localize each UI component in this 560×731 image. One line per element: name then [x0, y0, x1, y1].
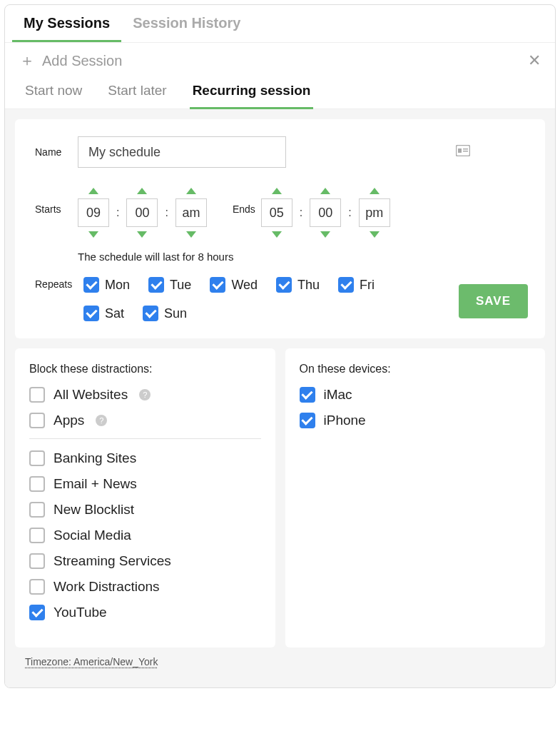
- tab-my-sessions[interactable]: My Sessions: [12, 5, 121, 42]
- checkbox[interactable]: [29, 605, 45, 620]
- subtab-start-later[interactable]: Start later: [105, 76, 169, 109]
- plus-icon[interactable]: ＋: [19, 53, 35, 69]
- blocklist-label: Streaming Services: [54, 553, 171, 569]
- day-tue[interactable]: Tue: [148, 277, 191, 293]
- blocklist-label: Social Media: [54, 528, 131, 543]
- session-name-input[interactable]: [78, 136, 286, 168]
- add-session-bar: ＋ Add Session ✕: [5, 43, 555, 71]
- chevron-up-icon[interactable]: [186, 188, 196, 194]
- end-time-picker: 05 : 00 : pm: [261, 188, 390, 238]
- content-area: Name Starts 09 :: [5, 109, 555, 687]
- end-hour-input[interactable]: 05: [261, 198, 292, 227]
- chevron-down-icon[interactable]: [186, 231, 196, 238]
- start-ampm-input[interactable]: am: [175, 198, 207, 227]
- end-minute-input[interactable]: 00: [310, 198, 341, 227]
- day-sun[interactable]: Sun: [143, 306, 187, 321]
- blocklist-item[interactable]: YouTube: [29, 605, 261, 620]
- help-icon[interactable]: ?: [139, 389, 151, 400]
- start-hour-input[interactable]: 09: [78, 198, 109, 227]
- chevron-down-icon[interactable]: [370, 231, 380, 238]
- start-minute-input[interactable]: 00: [126, 198, 158, 227]
- timezone-link[interactable]: Timezone: America/New_York: [15, 647, 545, 677]
- add-session-label[interactable]: Add Session: [42, 53, 122, 69]
- block-apps[interactable]: Apps ?: [29, 413, 261, 428]
- day-sat[interactable]: Sat: [83, 306, 124, 321]
- time-colon: :: [116, 206, 119, 219]
- blocklist-label: Work Distractions: [54, 579, 160, 595]
- chevron-up-icon[interactable]: [272, 188, 282, 194]
- devices-card: On these devices: iMaciPhone: [285, 348, 546, 647]
- repeat-days: Mon Tue Wed Thu Fri Sat Sun: [83, 277, 390, 321]
- day-fri[interactable]: Fri: [338, 277, 375, 293]
- day-wed[interactable]: Wed: [210, 277, 258, 293]
- tab-session-history[interactable]: Session History: [121, 5, 252, 42]
- blocklist-item[interactable]: Email + News: [29, 476, 261, 492]
- device-item[interactable]: iPhone: [300, 413, 531, 428]
- subtab-start-now[interactable]: Start now: [22, 76, 85, 109]
- recurring-session-card: Name Starts 09 :: [15, 119, 545, 338]
- save-button[interactable]: SAVE: [459, 284, 528, 318]
- blocklist-label: YouTube: [54, 605, 107, 620]
- time-colon: :: [348, 206, 351, 219]
- device-item[interactable]: iMac: [300, 387, 531, 403]
- start-time-picker: 09 : 00 : am: [78, 188, 207, 238]
- checkbox[interactable]: [29, 579, 45, 595]
- time-colon: :: [300, 206, 302, 219]
- chevron-down-icon[interactable]: [272, 231, 282, 238]
- blocklist-label: Banking Sites: [54, 450, 136, 466]
- device-label: iMac: [324, 387, 352, 403]
- checkbox[interactable]: [29, 450, 45, 466]
- blocklist-item[interactable]: Work Distractions: [29, 579, 261, 595]
- device-label: iPhone: [324, 413, 366, 428]
- starts-label: Starts: [35, 203, 78, 215]
- help-icon[interactable]: ?: [96, 415, 107, 426]
- blocklist-item[interactable]: New Blocklist: [29, 502, 261, 518]
- chevron-down-icon[interactable]: [137, 231, 147, 238]
- checkbox[interactable]: [300, 413, 315, 428]
- divider: [29, 438, 261, 439]
- time-colon: :: [165, 206, 168, 219]
- svg-rect-3: [463, 151, 468, 152]
- block-distractions-card: Block these distractions: All Websites ?…: [15, 348, 275, 647]
- name-label: Name: [35, 146, 78, 158]
- duration-note: The schedule will last for 8 hours: [78, 251, 525, 263]
- chevron-down-icon[interactable]: [88, 231, 98, 238]
- checkbox[interactable]: [29, 528, 45, 543]
- sub-tabs: Start now Start later Recurring session: [5, 71, 555, 109]
- checkbox[interactable]: [300, 387, 315, 403]
- block-all-websites[interactable]: All Websites ?: [29, 387, 261, 403]
- svg-rect-1: [458, 148, 462, 153]
- blocklist-item[interactable]: Social Media: [29, 528, 261, 543]
- id-card-icon: [456, 145, 470, 159]
- block-section-title: Block these distractions:: [29, 363, 261, 375]
- chevron-up-icon[interactable]: [137, 188, 147, 194]
- checkbox[interactable]: [29, 502, 45, 518]
- blocklist-item[interactable]: Banking Sites: [29, 450, 261, 466]
- blocklist-item[interactable]: Streaming Services: [29, 553, 261, 569]
- ends-label: Ends: [233, 203, 255, 215]
- subtab-recurring[interactable]: Recurring session: [190, 76, 314, 109]
- chevron-up-icon[interactable]: [88, 188, 98, 194]
- day-thu[interactable]: Thu: [276, 277, 320, 293]
- checkbox[interactable]: [29, 476, 45, 492]
- chevron-down-icon[interactable]: [320, 231, 330, 238]
- repeats-label: Repeats: [35, 277, 78, 290]
- chevron-up-icon[interactable]: [320, 188, 330, 194]
- svg-rect-2: [463, 148, 468, 150]
- end-ampm-input[interactable]: pm: [359, 198, 390, 227]
- blocklist-label: Email + News: [54, 476, 137, 492]
- close-icon[interactable]: ✕: [528, 51, 541, 70]
- day-mon[interactable]: Mon: [83, 277, 130, 293]
- chevron-up-icon[interactable]: [370, 188, 380, 194]
- devices-section-title: On these devices:: [300, 363, 531, 375]
- blocklist-label: New Blocklist: [54, 502, 134, 518]
- top-tabs: My Sessions Session History: [5, 5, 555, 43]
- checkbox[interactable]: [29, 553, 45, 569]
